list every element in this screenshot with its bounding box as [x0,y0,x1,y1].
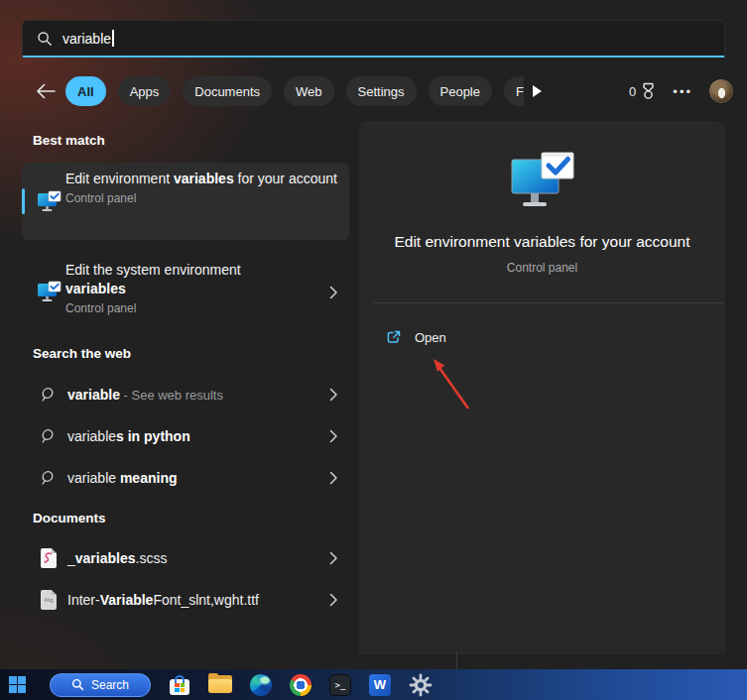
edge-browser-icon[interactable] [250,674,272,696]
user-avatar[interactable] [709,79,733,103]
environment-variables-icon [37,190,62,214]
best-match-subtitle: Control panel [65,190,341,207]
divider [374,302,724,303]
taskbar-search-button[interactable]: Search [50,673,151,697]
document-result-row[interactable]: _variables.scss [22,538,349,578]
background-window-edge [456,651,457,669]
scss-file-icon [41,548,57,568]
terminal-icon[interactable]: >_ [329,674,351,696]
system-env-vars-result[interactable]: Edit the system environment variables Co… [22,254,349,331]
font-file-icon: Abg [41,590,57,610]
chevron-right-icon [329,593,338,607]
environment-variables-icon-large [504,151,581,214]
search-icon [71,678,84,691]
file-explorer-icon[interactable] [208,675,232,694]
best-match-header: Best match [33,133,105,148]
filter-pills: All Apps Documents Web Settings People F… [65,75,524,107]
start-button-windows-icon[interactable] [9,676,26,693]
selection-accent-bar [22,188,25,214]
filter-bar: All Apps Documents Web Settings People F… [0,75,747,107]
chevron-right-icon [329,471,338,485]
search-icon [41,387,57,403]
microsoft-store-icon[interactable] [169,674,190,696]
open-action[interactable]: Open [367,317,717,357]
best-match-text: Edit environment variables for your acco… [65,170,341,207]
filter-pill-web[interactable]: Web [284,76,334,106]
text-caret [112,30,114,47]
environment-variables-icon [37,281,62,304]
filter-pill-settings[interactable]: Settings [346,76,417,106]
web-suggestion-row[interactable]: variables in python [22,416,349,456]
preview-title: Edit environment variables for your acco… [359,233,725,251]
preview-subtitle: Control panel [359,261,725,275]
windows-search-flyout: variable All Apps Documents Web Settings… [0,0,747,700]
settings-gear-icon[interactable] [409,673,433,697]
open-external-icon [386,329,402,345]
word-icon[interactable]: W [369,674,391,696]
chevron-right-icon [329,429,338,443]
chevron-right-icon [329,388,338,402]
chrome-browser-icon[interactable] [290,674,311,696]
filter-pill-folders[interactable]: Folders [504,76,524,106]
documents-header: Documents [33,511,106,525]
rewards-button[interactable]: 0 [629,82,656,100]
filter-pill-documents[interactable]: Documents [183,76,272,106]
search-icon [41,470,57,486]
flyout-top-right: 0 ••• [629,75,733,107]
filter-pill-people[interactable]: People [429,76,492,106]
best-match-result[interactable]: Edit environment variables for your acco… [22,163,349,240]
preview-panel: Edit environment variables for your acco… [359,121,725,654]
search-icon [37,31,53,47]
back-button[interactable] [34,80,58,102]
rewards-medal-icon [641,82,656,100]
search-the-web-header: Search the web [33,346,131,361]
chevron-right-icon [329,286,338,299]
system-env-vars-subtitle: Control panel [65,300,304,317]
chevron-right-icon [329,551,338,565]
taskbar: Search >_ W [0,669,747,700]
more-options-button[interactable]: ••• [673,84,692,99]
rewards-count: 0 [629,84,636,99]
search-input[interactable]: variable [22,20,725,58]
web-suggestion-row[interactable]: variable meaning [22,458,349,498]
search-icon [41,428,57,444]
open-label: Open [415,330,446,345]
document-result-row[interactable]: Abg Inter-VariableFont_slnt,wght.ttf [22,580,349,620]
taskbar-search-label: Search [91,678,129,692]
filter-pill-apps[interactable]: Apps [118,76,172,106]
search-query-text: variable [62,31,111,47]
web-suggestion-row[interactable]: variable - See web results [22,375,349,414]
scroll-tabs-right-icon[interactable] [529,83,545,99]
filter-pill-all[interactable]: All [65,76,106,106]
flyout-backdrop: variable All Apps Documents Web Settings… [0,0,747,669]
system-env-vars-text: Edit the system environment variables Co… [65,261,304,317]
